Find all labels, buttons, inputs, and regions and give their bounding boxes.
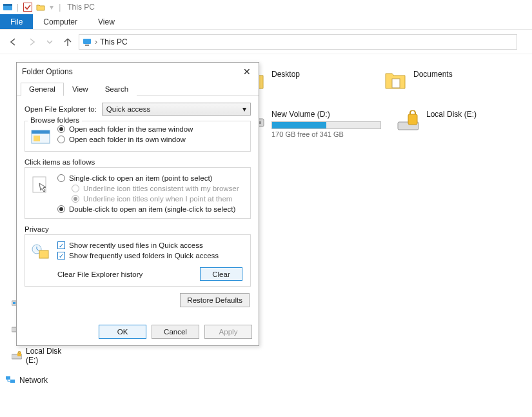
radio-double-click[interactable]: Double-click to open an item (single-cli… <box>57 205 245 213</box>
drive-label: Local Disk (E:) <box>426 110 477 119</box>
radio-icon <box>57 174 65 182</box>
dialog-buttons: OK Cancel Apply <box>17 320 259 345</box>
sidebar-item-label: Local Disk (E:) <box>26 347 63 365</box>
open-to-select[interactable]: Quick access ▾ <box>102 103 251 116</box>
restore-defaults-button[interactable]: Restore Defaults <box>180 293 250 307</box>
address-text: This PC <box>100 37 128 46</box>
dialog-title: Folder Options <box>22 67 73 76</box>
click-items-legend: Click items as follows <box>25 158 251 166</box>
checkbox-frequent-folders[interactable]: ✓ Show frequently used folders in Quick … <box>57 252 245 259</box>
svg-rect-11 <box>6 376 10 380</box>
locked-drive-large-icon <box>397 110 420 133</box>
radio-label: Underline icon titles consistent with my… <box>83 185 239 192</box>
radio-icon <box>57 136 65 143</box>
up-button[interactable] <box>61 35 75 49</box>
svg-rect-6 <box>13 302 15 304</box>
open-to-label: Open File Explorer to: <box>25 105 97 113</box>
svg-rect-10 <box>19 351 21 353</box>
svg-rect-14 <box>392 79 400 88</box>
chevron-down-icon: ▾ <box>242 105 246 114</box>
group-privacy: ✓ Show recently used files in Quick acce… <box>25 234 251 287</box>
radio-icon <box>57 205 65 213</box>
svg-rect-1 <box>3 4 12 6</box>
close-button[interactable]: ✕ <box>241 66 253 77</box>
checkbox-recent-files[interactable]: ✓ Show recently used files in Quick acce… <box>57 241 245 249</box>
separator: ▾ <box>50 3 54 12</box>
sidebar-item-network[interactable]: Network <box>5 373 63 387</box>
svg-rect-20 <box>32 130 50 134</box>
folder-options-dialog: Folder Options ✕ General View Search Ope… <box>16 62 259 346</box>
navbar: › This PC <box>0 30 532 54</box>
cancel-button[interactable]: Cancel <box>152 325 199 339</box>
recent-dropdown[interactable] <box>43 35 57 49</box>
radio-icon <box>72 185 79 192</box>
radio-label: Open each folder in the same window <box>69 125 193 133</box>
privacy-icon <box>30 241 51 262</box>
clear-history-label: Clear File Explorer history <box>57 270 143 278</box>
network-icon <box>5 375 15 385</box>
sidebar-item-local-e[interactable]: Local Disk (E:) <box>5 345 63 367</box>
radio-icon <box>57 125 65 133</box>
separator: | <box>59 3 61 12</box>
apply-button[interactable]: Apply <box>204 325 252 339</box>
drive-usage-bar <box>271 121 381 129</box>
folder-documents[interactable]: Documents <box>384 67 500 90</box>
clear-button[interactable]: Clear <box>200 267 242 281</box>
locked-drive-icon <box>12 351 22 360</box>
ribbon-tab-view[interactable]: View <box>88 14 125 29</box>
svg-rect-21 <box>34 136 40 141</box>
window-title: This PC <box>67 3 95 12</box>
group-legend: Browse folders <box>28 116 82 124</box>
checkbox-label: Show frequently used folders in Quick ac… <box>69 252 219 259</box>
tab-search[interactable]: Search <box>97 83 137 96</box>
tab-general[interactable]: General <box>21 83 64 96</box>
radio-label: Underline icon titles only when I point … <box>83 195 232 203</box>
radio-single-click[interactable]: Single-click to open an item (point to s… <box>57 174 245 182</box>
dialog-body: Open File Explorer to: Quick access ▾ Br… <box>17 96 259 320</box>
forward-button[interactable] <box>25 35 39 49</box>
check-icon[interactable] <box>23 2 33 12</box>
group-click-items: Single-click to open an item (point to s… <box>25 167 251 219</box>
tab-view[interactable]: View <box>64 83 97 96</box>
svg-rect-4 <box>85 45 89 46</box>
app-icon <box>3 2 13 12</box>
ribbon: File Computer View <box>0 14 532 30</box>
drive-new-volume[interactable]: New Volume (D:) 170 GB free of 341 GB <box>242 110 371 138</box>
radio-label: Open each folder in its own window <box>69 136 186 143</box>
privacy-legend: Privacy <box>25 225 251 233</box>
svg-rect-18 <box>408 114 417 125</box>
drive-usage-fill <box>272 122 326 128</box>
folder-desktop[interactable]: Desktop <box>242 67 358 90</box>
select-value: Quick access <box>106 105 150 113</box>
radio-icon <box>72 195 79 203</box>
browse-icon <box>30 125 51 146</box>
click-icon <box>30 174 51 195</box>
radio-underline-point: Underline icon titles only when I point … <box>72 195 245 203</box>
documents-folder-icon <box>384 67 407 90</box>
radio-same-window[interactable]: Open each folder in the same window <box>57 125 245 133</box>
titlebar: | ▾ | This PC <box>0 0 532 14</box>
drive-local-e[interactable]: Local Disk (E:) <box>397 110 526 138</box>
svg-rect-24 <box>39 250 48 258</box>
folder-label: Documents <box>413 67 453 79</box>
group-browse-folders: Browse folders Open each folder in the s… <box>25 121 251 152</box>
ribbon-tab-computer[interactable]: Computer <box>33 14 88 29</box>
dialog-titlebar: Folder Options ✕ <box>17 63 259 81</box>
radio-own-window[interactable]: Open each folder in its own window <box>57 136 245 143</box>
address-bar[interactable]: › This PC <box>79 34 517 50</box>
checkbox-label: Show recently used files in Quick access <box>69 241 203 249</box>
checkbox-icon: ✓ <box>57 252 65 259</box>
sidebar-item-label: Network <box>19 376 48 385</box>
ribbon-tab-file[interactable]: File <box>0 14 33 29</box>
chevron-right-icon[interactable]: › <box>95 37 97 46</box>
dialog-tabs: General View Search <box>17 81 259 96</box>
drive-subtext: 170 GB free of 341 GB <box>271 130 381 138</box>
svg-rect-2 <box>24 3 32 12</box>
folder-small-icon[interactable] <box>35 2 46 12</box>
svg-rect-3 <box>83 39 91 44</box>
ok-button[interactable]: OK <box>99 325 146 339</box>
radio-label: Single-click to open an item (point to s… <box>69 174 212 182</box>
folder-label: Desktop <box>271 67 300 79</box>
checkbox-icon: ✓ <box>57 241 65 249</box>
back-button[interactable] <box>6 35 21 49</box>
